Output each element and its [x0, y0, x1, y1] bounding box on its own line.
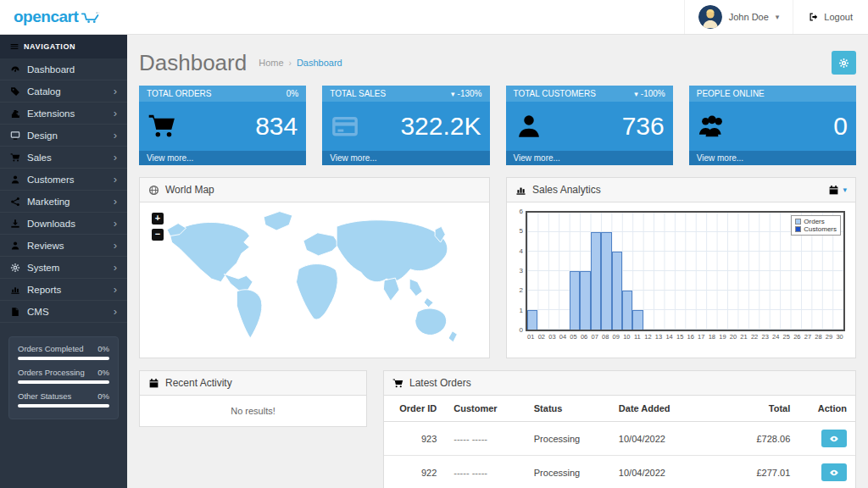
- gear-icon: [838, 58, 849, 69]
- tile-value: 0: [833, 114, 848, 139]
- bar-chart-icon: [10, 285, 20, 295]
- tile-value: 736: [622, 114, 665, 139]
- page-title: Dashboard: [139, 50, 247, 76]
- opencart-cart-icon: [81, 11, 101, 24]
- sidebar-item-label: Sales: [27, 152, 52, 163]
- top-bar: opencart John Doe ▾ Logout: [0, 0, 868, 35]
- tile-view-more-link[interactable]: View more...: [139, 151, 306, 165]
- chart-bar-slot: [612, 213, 622, 330]
- logout-button[interactable]: Logout: [793, 0, 868, 34]
- sidebar-item-downloads[interactable]: Downloads ›: [0, 213, 127, 235]
- column-header: Date Added: [610, 396, 714, 422]
- chart-bar-slot: [643, 213, 654, 330]
- world-map-body: + −: [140, 202, 489, 358]
- status-cell: Processing: [526, 422, 610, 456]
- recent-activity-empty-text: No results!: [140, 396, 366, 426]
- chevron-right-icon: ›: [114, 130, 117, 141]
- stat-tile-total-customers: TOTAL CUSTOMERS ▾ -100% 736 View more...: [506, 86, 673, 165]
- table-row: 922 ----- ----- Processing 10/04/2022 £2…: [384, 456, 855, 488]
- sidebar-item-sales[interactable]: Sales ›: [0, 147, 127, 169]
- sidebar-item-marketing[interactable]: Marketing ›: [0, 191, 127, 213]
- sales-analytics-title: Sales Analytics: [532, 184, 601, 196]
- tile-view-more-link[interactable]: View more...: [322, 151, 489, 165]
- tag-icon: [10, 86, 20, 97]
- map-zoom-in-button[interactable]: +: [152, 213, 164, 225]
- sidebar-item-label: Marketing: [27, 197, 70, 207]
- user-menu[interactable]: John Doe ▾: [684, 0, 793, 34]
- sidebar-item-label: Design: [27, 130, 58, 141]
- hamburger-icon: [10, 42, 19, 51]
- tile-title: TOTAL SALES: [330, 89, 386, 98]
- tile-delta: 0%: [287, 89, 298, 98]
- chart-bar-slot: [665, 213, 675, 330]
- map-zoom-out-button[interactable]: −: [152, 229, 164, 241]
- breadcrumb-home-link[interactable]: Home: [259, 58, 283, 68]
- chart-bar-slot: [738, 213, 748, 330]
- sidebar-item-system[interactable]: System ›: [0, 257, 127, 279]
- sidebar-item-dashboard[interactable]: Dashboard: [0, 58, 127, 80]
- date-range-button[interactable]: ▾: [828, 185, 847, 196]
- sidebar: NAVIGATION Dashboard Catalog › Extension…: [0, 35, 127, 488]
- order-stat-value: 0%: [97, 344, 109, 353]
- tile-view-more-link[interactable]: View more...: [506, 151, 673, 165]
- tile-body: 322.2K: [322, 102, 489, 151]
- monitor-icon: [10, 130, 20, 141]
- tile-body: 736: [506, 102, 673, 151]
- chart-bar: [570, 271, 580, 330]
- recent-activity-title: Recent Activity: [165, 377, 232, 389]
- chevron-right-icon: ›: [114, 174, 117, 185]
- user-icon: [10, 241, 20, 251]
- sidebar-item-label: Reports: [27, 285, 61, 295]
- stat-tiles: TOTAL ORDERS 0% 834 View more... TOTAL S…: [139, 86, 856, 165]
- chart-bar-slot: [527, 213, 537, 330]
- navigation-header: NAVIGATION: [0, 35, 127, 58]
- chart-bar-slot: [696, 213, 706, 330]
- chart-plot-area: Orders Customers: [526, 211, 845, 331]
- chart-bar-slot: [591, 213, 601, 330]
- tile-header: TOTAL CUSTOMERS ▾ -100%: [506, 86, 673, 102]
- order-stat: Orders Processing 0%: [18, 368, 109, 384]
- date-added-cell: 10/04/2022: [610, 456, 714, 488]
- credit-card-icon: [331, 112, 359, 141]
- opencart-logo[interactable]: opencart: [0, 0, 127, 34]
- breadcrumb: Home › Dashboard: [259, 58, 342, 68]
- breadcrumb-current-link[interactable]: Dashboard: [297, 58, 342, 68]
- chart-bar-slot: [760, 213, 770, 330]
- chevron-right-icon: ›: [114, 240, 117, 251]
- chart-bar-slot: [654, 213, 664, 330]
- globe-icon: [148, 185, 159, 196]
- tile-body: 0: [689, 102, 856, 151]
- cart-icon: [10, 152, 20, 163]
- view-order-button[interactable]: [821, 430, 847, 447]
- sidebar-item-label: Downloads: [27, 219, 75, 229]
- chevron-down-icon: ▾: [843, 186, 847, 194]
- chevron-right-icon: ›: [114, 152, 117, 163]
- download-icon: [10, 219, 20, 229]
- sidebar-item-label: Customers: [27, 175, 75, 185]
- tile-body: 834: [139, 102, 306, 151]
- stat-tile-total-sales: TOTAL SALES ▾ -130% 322.2K View more...: [322, 86, 489, 165]
- calendar-icon: [828, 185, 839, 196]
- bar-chart-icon: [515, 185, 526, 196]
- sidebar-item-catalog[interactable]: Catalog ›: [0, 80, 127, 103]
- chart-bar-slot: [686, 213, 696, 330]
- order-stat-progressbar: [18, 380, 109, 384]
- view-order-button[interactable]: [821, 463, 847, 481]
- column-header: Total: [714, 396, 798, 422]
- sidebar-item-reports[interactable]: Reports ›: [0, 279, 127, 301]
- table-row: 923 ----- ----- Processing 10/04/2022 £7…: [384, 422, 855, 456]
- column-header: Status: [526, 396, 610, 422]
- tile-header: PEOPLE ONLINE: [689, 86, 856, 102]
- world-map-image[interactable]: [143, 206, 486, 352]
- sidebar-item-reviews[interactable]: Reviews ›: [0, 235, 127, 257]
- sidebar-item-design[interactable]: Design ›: [0, 125, 127, 147]
- sidebar-item-extensions[interactable]: Extensions ›: [0, 103, 127, 125]
- tile-value: 834: [255, 114, 298, 139]
- sidebar-item-customers[interactable]: Customers ›: [0, 169, 127, 191]
- total-cell: £728.06: [714, 422, 798, 456]
- order-stat-label: Orders Completed: [18, 344, 84, 353]
- sidebar-item-cms[interactable]: CMS ›: [0, 301, 127, 323]
- chart-bar-slot: [548, 213, 559, 330]
- tile-view-more-link[interactable]: View more...: [689, 151, 856, 165]
- settings-button[interactable]: [832, 51, 856, 75]
